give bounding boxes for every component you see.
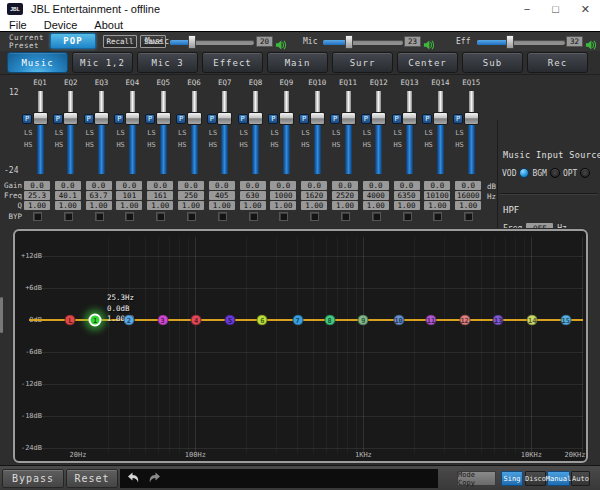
peak-button[interactable]: P [453,114,463,124]
gain-value-eq13[interactable]: 0.0 [394,181,420,190]
mode-button-disco[interactable]: Disco [525,471,546,486]
byp-checkbox-eq14[interactable] [433,212,442,221]
menu-device[interactable]: Device [44,19,78,31]
tab-sub[interactable]: Sub [462,52,523,73]
q-value-eq9[interactable]: 1.00 [270,201,296,210]
low-shelf-button[interactable]: LS [363,129,371,137]
high-shelf-button[interactable]: HS [424,141,432,149]
byp-checkbox-eq7[interactable] [218,212,227,221]
low-shelf-button[interactable]: LS [270,129,278,137]
gain-value-eq5[interactable]: 0.0 [147,181,173,190]
high-shelf-button[interactable]: HS [394,141,402,149]
tab-surr[interactable]: Surr [332,52,393,73]
gain-value-eq1[interactable]: 0.0 [24,181,50,190]
peak-button[interactable]: P [22,114,32,124]
low-shelf-button[interactable]: LS [455,129,463,137]
mic-volume-slider[interactable] [323,40,403,45]
eq-curve-graph[interactable]: 25.3Hz 0.0dB 1.00 Q +12dB+6dB0dB-6dB-12d… [13,229,588,463]
high-shelf-button[interactable]: HS [24,141,32,149]
eq-marker-1[interactable]: 1 [89,314,102,327]
fader-handle[interactable] [187,112,202,125]
mode-copy-button[interactable]: Mode Copy [457,471,496,486]
byp-checkbox-eq11[interactable] [341,212,350,221]
low-shelf-button[interactable]: LS [178,129,186,137]
recall-button[interactable]: Recall [103,35,137,48]
low-shelf-button[interactable]: LS [240,129,248,137]
low-shelf-button[interactable]: LS [86,129,94,137]
freq-value-eq1[interactable]: 25.3 [24,191,50,200]
fader-handle[interactable] [464,112,479,125]
q-value-eq12[interactable]: 1.00 [363,201,389,210]
fader-handle[interactable] [125,112,140,125]
high-shelf-button[interactable]: HS [270,141,278,149]
q-value-eq11[interactable]: 1.00 [332,201,358,210]
tab-main[interactable]: Main [267,52,328,73]
high-shelf-button[interactable]: HS [363,141,371,149]
byp-checkbox-eq13[interactable] [403,212,412,221]
tab-music[interactable]: Music [7,52,68,73]
freq-value-eq11[interactable]: 2520 [332,191,358,200]
gain-value-eq9[interactable]: 0.0 [270,181,296,190]
high-shelf-button[interactable]: HS [178,141,186,149]
freq-value-eq2[interactable]: 40.1 [55,191,81,200]
undo-icon[interactable] [126,472,141,485]
freq-value-eq4[interactable]: 101 [116,191,142,200]
source-radio-opt[interactable] [580,168,590,178]
freq-value-eq12[interactable]: 4000 [363,191,389,200]
byp-checkbox-eq5[interactable] [156,212,165,221]
tab-rec[interactable]: Rec [527,52,588,73]
eq-marker-11[interactable]: 11 [425,315,436,326]
q-value-eq13[interactable]: 1.00 [394,201,420,210]
high-shelf-button[interactable]: HS [455,141,463,149]
freq-value-eq9[interactable]: 1000 [270,191,296,200]
gain-value-eq4[interactable]: 0.0 [116,181,142,190]
maximize-button[interactable]: □ [552,3,559,15]
high-shelf-button[interactable]: HS [147,141,155,149]
low-shelf-button[interactable]: LS [301,129,309,137]
low-shelf-button[interactable]: LS [332,129,340,137]
menu-about[interactable]: About [94,19,123,31]
q-value-eq7[interactable]: 1.00 [209,201,235,210]
eq-marker-10[interactable]: 10 [393,315,404,326]
tab-mic-3[interactable]: Mic 3 [137,52,198,73]
gain-value-eq14[interactable]: 0.0 [424,181,450,190]
byp-checkbox-eq6[interactable] [187,212,196,221]
freq-value-eq10[interactable]: 1620 [301,191,327,200]
freq-value-eq3[interactable]: 63.7 [86,191,112,200]
low-shelf-button[interactable]: LS [55,129,63,137]
gain-value-eq15[interactable]: 0.0 [455,181,481,190]
peak-button[interactable]: P [176,114,186,124]
freq-value-eq6[interactable]: 250 [178,191,204,200]
music-volume-handle[interactable] [188,35,196,49]
low-shelf-button[interactable]: LS [147,129,155,137]
close-button[interactable]: ✕ [581,3,590,16]
tab-center[interactable]: Center [397,52,458,73]
peak-button[interactable]: P [392,114,402,124]
peak-button[interactable]: P [84,114,94,124]
high-shelf-button[interactable]: HS [332,141,340,149]
q-value-eq2[interactable]: 1.00 [55,201,81,210]
q-value-eq10[interactable]: 1.00 [301,201,327,210]
eq-marker-5[interactable]: 5 [225,315,236,326]
eq-marker-12[interactable]: 12 [459,315,470,326]
gain-value-eq12[interactable]: 0.0 [363,181,389,190]
mic-volume-handle[interactable] [345,35,353,49]
gain-value-eq7[interactable]: 0.0 [209,181,235,190]
preset-value-button[interactable]: POP [50,33,96,49]
byp-checkbox-eq10[interactable] [310,212,319,221]
eq-marker-4[interactable]: 4 [191,315,202,326]
byp-checkbox-eq8[interactable] [249,212,258,221]
peak-button[interactable]: P [145,114,155,124]
fader-handle[interactable] [94,112,109,125]
fader-handle[interactable] [33,112,48,125]
gain-value-eq6[interactable]: 0.0 [178,181,204,190]
gain-value-eq11[interactable]: 0.0 [332,181,358,190]
fader-handle[interactable] [371,112,386,125]
eq-marker-7[interactable]: 7 [292,315,303,326]
eq-marker-l[interactable]: L [65,315,76,326]
q-value-eq15[interactable]: 1.00 [455,201,481,210]
eq-marker-8[interactable]: 8 [324,315,335,326]
high-shelf-button[interactable]: HS [209,141,217,149]
menu-file[interactable]: File [9,19,27,31]
gain-value-eq2[interactable]: 0.0 [55,181,81,190]
